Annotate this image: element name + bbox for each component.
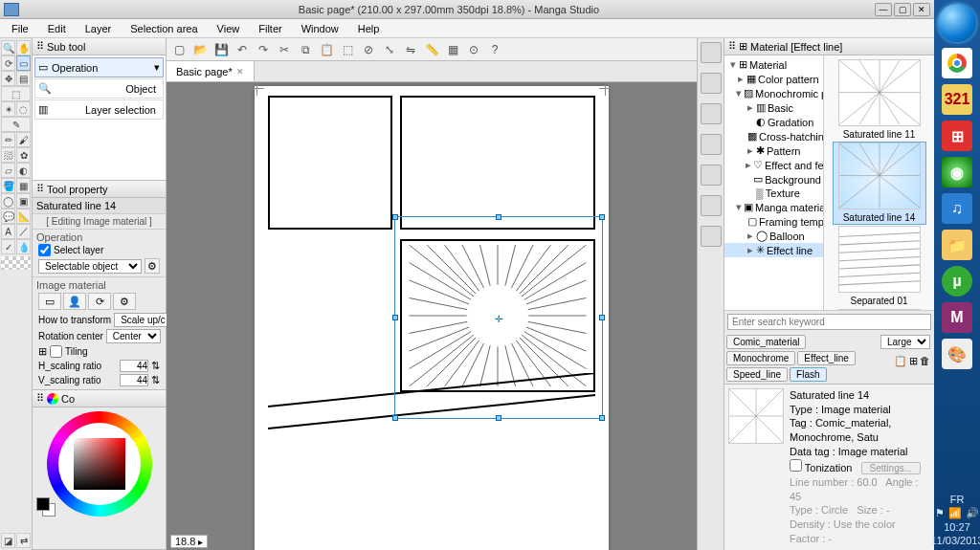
menu-edit[interactable]: Edit bbox=[38, 21, 76, 36]
ct-save-icon[interactable]: 💾 bbox=[212, 41, 230, 58]
selectable-settings-icon[interactable]: ⚙ bbox=[145, 258, 160, 274]
tool-eraser-icon[interactable]: ▱ bbox=[1, 163, 15, 178]
menu-layer[interactable]: Layer bbox=[76, 21, 122, 36]
ct-copy-icon[interactable]: ⧉ bbox=[297, 41, 314, 58]
tool-rotate-icon[interactable]: ⟳ bbox=[1, 55, 15, 71]
tool-balloon-icon[interactable]: 💬 bbox=[1, 209, 15, 224]
tool-correct-icon[interactable]: ✓ bbox=[1, 239, 15, 254]
start-orb[interactable] bbox=[938, 4, 976, 42]
tree-texture[interactable]: ▒Texture bbox=[724, 187, 823, 200]
tray-volume-icon[interactable]: 🔊 bbox=[966, 507, 979, 519]
subtool-panel-tab[interactable]: ⠿Sub tool bbox=[33, 38, 166, 55]
ct-flip-icon[interactable]: ⇋ bbox=[402, 41, 419, 58]
imgmat-btn3[interactable]: ⟳ bbox=[88, 293, 111, 310]
tiling-checkbox[interactable] bbox=[50, 345, 62, 358]
tag-speed-line[interactable]: Speed_line bbox=[726, 367, 788, 382]
tray-time[interactable]: 10:27 bbox=[944, 521, 970, 533]
collapsed-panel-stub[interactable] bbox=[701, 103, 722, 124]
handle-icon[interactable] bbox=[392, 214, 398, 220]
subtool-layer-selection[interactable]: ▥Layer selection bbox=[34, 99, 164, 120]
imgmat-btn4[interactable]: ⚙ bbox=[113, 293, 136, 310]
tag-monochrome[interactable]: Monochrome bbox=[726, 351, 795, 365]
collapsed-panel-stub[interactable] bbox=[701, 42, 722, 63]
tool-gradient-icon[interactable]: ▦ bbox=[16, 178, 31, 193]
handle-icon[interactable] bbox=[496, 214, 501, 220]
stepper-icon[interactable]: ⇅ bbox=[151, 374, 160, 386]
ct-new-icon[interactable]: ▢ bbox=[170, 41, 188, 58]
ct-undo-icon[interactable]: ↶ bbox=[234, 41, 251, 58]
ct-redo-icon[interactable]: ↷ bbox=[255, 41, 272, 58]
ct-open-icon[interactable]: 📂 bbox=[191, 41, 209, 58]
tag-effect-line[interactable]: Effect_line bbox=[797, 351, 856, 365]
material-thumb[interactable]: Separated 01 bbox=[834, 226, 925, 307]
mpc-icon[interactable]: 321 bbox=[942, 84, 972, 115]
ct-select-icon[interactable]: ⬚ bbox=[339, 41, 356, 58]
tray-date[interactable]: 11/03/2013 bbox=[930, 535, 980, 546]
ct-deselect-icon[interactable]: ⊘ bbox=[360, 41, 377, 58]
toolprop-panel-tab[interactable]: ⠿Tool property bbox=[33, 181, 166, 198]
expand-icon[interactable]: ⊞ bbox=[38, 345, 47, 358]
utorrent-icon[interactable]: µ bbox=[942, 266, 972, 297]
handle-icon[interactable] bbox=[599, 214, 605, 220]
tool-operation-icon[interactable]: ▭ bbox=[16, 55, 31, 71]
chrome-icon[interactable] bbox=[942, 48, 972, 78]
material-thumb-selected[interactable]: Saturated line 14 bbox=[834, 143, 925, 224]
tool-brush-icon[interactable]: 🖌 bbox=[16, 132, 31, 147]
ct-ruler-icon[interactable]: 📏 bbox=[423, 41, 440, 58]
handle-icon[interactable] bbox=[392, 315, 398, 320]
tool-hand-icon[interactable]: ✋ bbox=[16, 40, 31, 55]
handle-icon[interactable] bbox=[496, 415, 501, 421]
ct-paste-icon[interactable]: 📋 bbox=[318, 41, 335, 58]
imgmat-btn1[interactable]: ▭ bbox=[38, 293, 61, 310]
tree-pattern[interactable]: ▸✱Pattern bbox=[724, 143, 823, 158]
tree-material[interactable]: ▾⊞Material bbox=[724, 57, 823, 72]
collapsed-panel-stub[interactable] bbox=[701, 73, 722, 94]
v-ratio-input[interactable] bbox=[120, 374, 148, 386]
document-tab[interactable]: Basic page*✕ bbox=[167, 61, 255, 81]
menu-window[interactable]: Window bbox=[292, 21, 348, 36]
tool-zoom-icon[interactable]: 🔍 bbox=[1, 40, 15, 55]
tree-framing[interactable]: ▢Framing templa bbox=[724, 214, 823, 229]
color-wheel[interactable] bbox=[47, 411, 152, 517]
menu-filter[interactable]: Filter bbox=[249, 21, 291, 36]
tree-basic[interactable]: ▸▥Basic bbox=[724, 100, 823, 115]
material-thumb[interactable]: Saturated line 11 bbox=[834, 59, 925, 141]
canvas-viewport[interactable]: ✛ 18.8 ▸ bbox=[167, 82, 697, 550]
tool-frame-icon[interactable]: ▣ bbox=[16, 193, 31, 209]
tree-color-pattern[interactable]: ▸▦Color pattern bbox=[724, 72, 823, 86]
ct-cut-icon[interactable]: ✂ bbox=[276, 41, 293, 58]
tonization-checkbox[interactable] bbox=[790, 459, 802, 472]
close-icon[interactable]: ✕ bbox=[236, 67, 244, 77]
tree-crosshatch[interactable]: ▩Cross-hatching bbox=[724, 129, 823, 143]
panel-frame[interactable] bbox=[268, 96, 392, 230]
menu-view[interactable]: View bbox=[208, 21, 250, 36]
tree-manga-material[interactable]: ▾▣Manga material bbox=[724, 200, 823, 214]
collapsed-panel-stub[interactable] bbox=[701, 134, 722, 155]
tool-swap-icon[interactable]: ⇄ bbox=[16, 533, 31, 548]
ct-transform-icon[interactable]: ⤡ bbox=[381, 41, 398, 58]
material-panel-tab[interactable]: ⠿⊞Material [Effect line] bbox=[724, 38, 934, 55]
paint-icon[interactable]: 🎨 bbox=[942, 339, 972, 369]
panel-frame[interactable] bbox=[400, 96, 595, 230]
select-layer-checkbox[interactable] bbox=[38, 244, 51, 256]
itunes-icon[interactable]: ♫ bbox=[942, 193, 972, 224]
tool-pencil-icon[interactable]: ✏ bbox=[1, 132, 15, 147]
ct-grid-icon[interactable]: ▦ bbox=[444, 41, 461, 58]
imgmat-btn2[interactable]: 👤 bbox=[63, 293, 86, 310]
tool-line-icon[interactable]: ／ bbox=[16, 224, 31, 239]
handle-icon[interactable] bbox=[392, 415, 398, 421]
menu-help[interactable]: Help bbox=[348, 21, 390, 36]
tray-network-icon[interactable]: 📶 bbox=[948, 507, 962, 519]
tool-marquee-icon[interactable]: ⬚ bbox=[1, 86, 31, 101]
tree-monochromic[interactable]: ▾▨Monochromic patt bbox=[724, 86, 823, 100]
tree-balloon[interactable]: ▸◯Balloon bbox=[724, 229, 823, 243]
center-icon[interactable]: ✛ bbox=[495, 314, 502, 321]
app-icon[interactable]: ⊞ bbox=[942, 121, 972, 151]
thumb-size-select[interactable]: Large bbox=[880, 335, 930, 349]
collapsed-panel-stub[interactable] bbox=[701, 195, 722, 216]
tool-fill-icon[interactable]: 🪣 bbox=[1, 178, 15, 193]
tag-comic-material[interactable]: Comic_material bbox=[726, 335, 806, 349]
tree-gradation[interactable]: ◐Gradation bbox=[724, 115, 823, 129]
collapsed-panel-stub[interactable] bbox=[701, 226, 722, 247]
collapsed-panel-stub[interactable] bbox=[701, 165, 722, 186]
